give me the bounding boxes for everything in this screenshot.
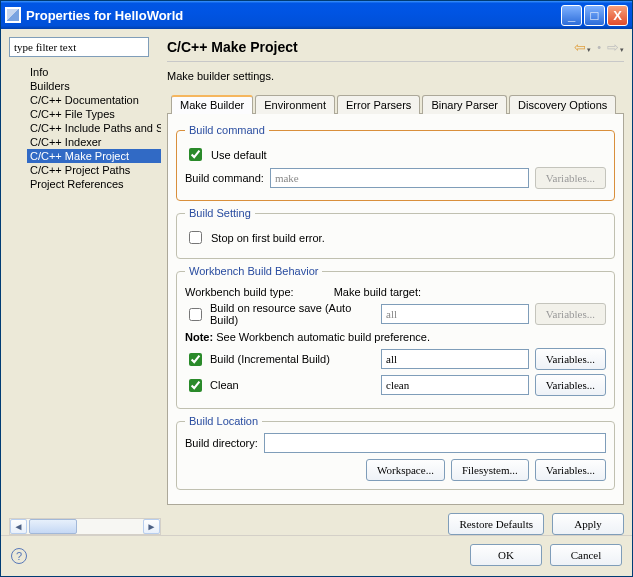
tree-item[interactable]: Builders xyxy=(27,79,161,93)
tree-item[interactable]: C/C++ Documentation xyxy=(27,93,161,107)
build-command-label: Build command: xyxy=(185,172,264,184)
tree-h-scrollbar[interactable]: ◄ ► xyxy=(9,518,161,535)
apply-button[interactable]: Apply xyxy=(552,513,624,535)
make-target-label: Make build target: xyxy=(334,286,421,298)
tab[interactable]: Environment xyxy=(255,95,335,114)
restore-defaults-button[interactable]: Restore Defaults xyxy=(448,513,544,535)
back-icon[interactable]: ⇦▾ xyxy=(574,39,591,55)
location-variables-button[interactable]: Variables... xyxy=(535,459,606,481)
page-subtitle: Make builder settings. xyxy=(167,70,624,82)
build-command-variables-button: Variables... xyxy=(535,167,606,189)
note-text: See Workbench automatic build preference… xyxy=(216,331,430,343)
incremental-build-label: Build (Incremental Build) xyxy=(210,353,330,365)
build-command-input xyxy=(270,168,529,188)
auto-build-target-input xyxy=(381,304,529,324)
build-location-legend: Build Location xyxy=(185,415,262,427)
close-button[interactable]: X xyxy=(607,5,628,26)
ok-button[interactable]: OK xyxy=(470,544,542,566)
scroll-thumb[interactable] xyxy=(29,519,77,534)
tree-item[interactable]: Info xyxy=(27,65,161,79)
workspace-button[interactable]: Workspace... xyxy=(366,459,445,481)
scroll-right-icon[interactable]: ► xyxy=(143,519,160,534)
tree-item[interactable]: C/C++ Include Paths and Symbols xyxy=(27,121,161,135)
tab[interactable]: Error Parsers xyxy=(337,95,420,114)
tab[interactable]: Binary Parser xyxy=(422,95,507,114)
note-prefix: Note: xyxy=(185,331,213,343)
cancel-button[interactable]: Cancel xyxy=(550,544,622,566)
incremental-variables-button[interactable]: Variables... xyxy=(535,348,606,370)
tree-item[interactable]: C/C++ File Types xyxy=(27,107,161,121)
incremental-target-input[interactable] xyxy=(381,349,529,369)
incremental-build-checkbox[interactable] xyxy=(189,353,202,366)
build-directory-label: Build directory: xyxy=(185,437,258,449)
auto-build-variables-button: Variables... xyxy=(535,303,606,325)
clean-checkbox[interactable] xyxy=(189,379,202,392)
page-title: C/C++ Make Project xyxy=(167,39,574,55)
scroll-left-icon[interactable]: ◄ xyxy=(10,519,27,534)
clean-target-input[interactable] xyxy=(381,375,529,395)
build-command-group: Build command Use default Build command:… xyxy=(176,124,615,201)
build-setting-legend: Build Setting xyxy=(185,207,255,219)
filter-input[interactable] xyxy=(9,37,149,57)
left-pane: InfoBuildersC/C++ DocumentationC/C++ Fil… xyxy=(9,37,161,535)
auto-build-checkbox[interactable] xyxy=(189,308,202,321)
workbench-group: Workbench Build Behavior Workbench build… xyxy=(176,265,615,409)
tree-item[interactable]: C/C++ Project Paths xyxy=(27,163,161,177)
tabs-row: Make BuilderEnvironmentError ParsersBina… xyxy=(167,94,624,114)
auto-build-label: Build on resource save (Auto Build) xyxy=(210,302,375,326)
build-directory-input[interactable] xyxy=(264,433,606,453)
tree-item[interactable]: C/C++ Indexer xyxy=(27,135,161,149)
forward-icon[interactable]: ⇨▾ xyxy=(607,39,624,55)
tree-item[interactable]: C/C++ Make Project xyxy=(27,149,161,163)
maximize-button[interactable]: □ xyxy=(584,5,605,26)
clean-variables-button[interactable]: Variables... xyxy=(535,374,606,396)
clean-label: Clean xyxy=(210,379,239,391)
help-icon[interactable]: ? xyxy=(11,548,27,564)
tree-item[interactable]: Project References xyxy=(27,177,161,191)
tab[interactable]: Make Builder xyxy=(171,95,253,114)
workbench-type-label: Workbench build type: xyxy=(185,286,294,298)
build-command-legend: Build command xyxy=(185,124,269,136)
filesystem-button[interactable]: Filesystem... xyxy=(451,459,529,481)
tab[interactable]: Discovery Options xyxy=(509,95,616,114)
stop-on-error-checkbox[interactable] xyxy=(189,231,202,244)
right-pane: C/C++ Make Project ⇦▾ • ⇨▾ Make builder … xyxy=(167,37,624,535)
stop-on-error-label: Stop on first build error. xyxy=(211,232,325,244)
build-setting-group: Build Setting Stop on first build error. xyxy=(176,207,615,259)
use-default-checkbox[interactable] xyxy=(189,148,202,161)
minimize-button[interactable]: _ xyxy=(561,5,582,26)
build-location-group: Build Location Build directory: Workspac… xyxy=(176,415,615,490)
nav-tree: InfoBuildersC/C++ DocumentationC/C++ Fil… xyxy=(9,63,161,191)
window-title: Properties for HelloWorld xyxy=(26,8,183,23)
workbench-legend: Workbench Build Behavior xyxy=(185,265,322,277)
use-default-label: Use default xyxy=(211,149,267,161)
titlebar: Properties for HelloWorld _ □ X xyxy=(1,1,632,29)
tab-body: Build command Use default Build command:… xyxy=(167,114,624,505)
app-icon xyxy=(5,7,21,23)
